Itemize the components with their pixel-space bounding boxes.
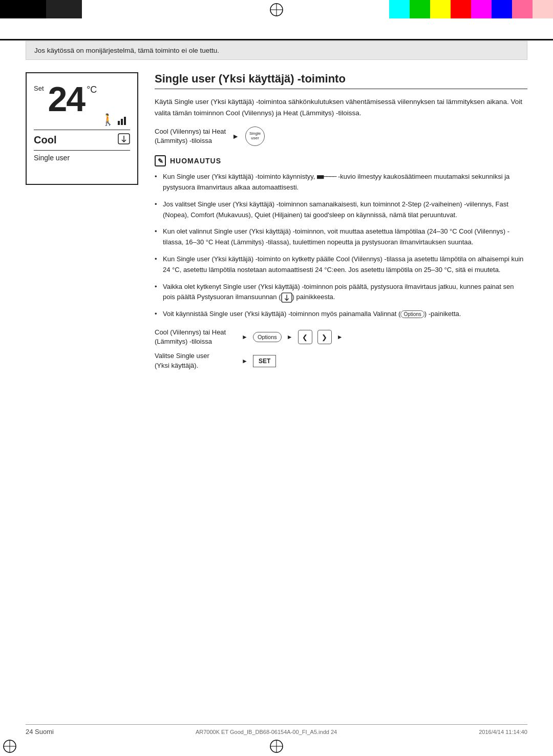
display-set-label: Set — [34, 85, 44, 92]
note-icon: ✎ — [155, 155, 166, 166]
instr1-line2: (Lämmitys) -tiloissa — [155, 338, 212, 345]
badge-line2: user — [251, 136, 259, 141]
instr2-line1: Valitse Single user — [155, 352, 209, 360]
note-item-5: Vaikka olet kytkenyt Single user (Yksi k… — [155, 282, 527, 303]
arrow3-icon: ► — [337, 333, 343, 341]
note-title: HUOMAUTUS — [170, 157, 221, 165]
footer: 24 Suomi AR7000K ET Good_IB_DB68-06154A-… — [26, 724, 527, 736]
set-button[interactable]: SET — [253, 355, 276, 367]
signal-bars-icon — [118, 115, 126, 125]
intro-text: Käytä Single user (Yksi käyttäjä) -toimi… — [155, 96, 527, 118]
instr2-line2: (Yksi käyttäjä). — [155, 362, 198, 369]
footer-filename: AR7000K ET Good_IB_DB68-06154A-00_FI_A5.… — [196, 729, 337, 735]
cal-magenta — [471, 0, 492, 18]
footer-page-number: 24 Suomi — [26, 728, 54, 736]
section-title: Single user (Yksi käyttäjä) -toiminto — [155, 72, 527, 89]
instruction-row-1: Cool (Viilennys) tai Heat (Lämmitys) -ti… — [155, 328, 527, 346]
left-column: Set 24 °C 🚶 — [26, 72, 138, 375]
bar3 — [124, 117, 126, 125]
cal-pink — [512, 0, 533, 18]
dotted-pattern: ■■──── — [317, 172, 336, 182]
right-column: Single user (Yksi käyttäjä) -toiminto Kä… — [155, 72, 527, 375]
activation-label-line1: Cool (Viilennys) tai Heat — [155, 128, 226, 135]
arrow-right-icon: ► — [232, 132, 239, 140]
note-header: ✎ HUOMAUTUS — [155, 155, 527, 166]
note-item-1: Kun Single user (Yksi käyttäjä) -toimint… — [155, 172, 527, 193]
activation-label-line2: (Lämmitys) -tiloissa — [155, 137, 212, 144]
cal-red — [451, 0, 471, 18]
footer-date: 2016/4/14 11:14:40 — [479, 729, 527, 735]
single-user-badge: Single user — [245, 127, 265, 146]
cal-cyan — [389, 0, 410, 18]
note-item-4: Kun Single user (Yksi käyttäjä) -toimint… — [155, 254, 527, 276]
instruction-row-2: Valitse Single user (Yksi käyttäjä). ► S… — [155, 351, 527, 370]
main-columns: Set 24 °C 🚶 — [26, 72, 527, 375]
bar2 — [121, 119, 123, 125]
note-item-3: Kun olet valinnut Single user (Yksi käyt… — [155, 226, 527, 248]
cal-green — [410, 0, 430, 18]
note-item-2: Jos valitset Single user (Yksi käyttäjä)… — [155, 199, 527, 221]
instr1-label: Cool (Viilennys) tai Heat (Lämmitys) -ti… — [155, 328, 237, 346]
display-celsius: °C — [87, 85, 97, 95]
notice-box: Jos käytössä on monijärjestelmä, tämä to… — [26, 41, 527, 60]
nav-right-button[interactable]: ❯ — [317, 330, 332, 344]
cal-lightpink — [533, 0, 553, 18]
display-cool-label: Cool — [34, 134, 56, 146]
notice-text: Jos käytössä on monijärjestelmä, tämä to… — [34, 47, 219, 54]
arrow4-icon: ► — [242, 358, 248, 365]
cal-blue — [492, 0, 512, 18]
display-single-user-label: Single user — [34, 154, 130, 162]
cal-black2 — [46, 0, 82, 18]
cal-yellow — [430, 0, 451, 18]
arrow1-icon: ► — [242, 333, 248, 341]
display-divider — [34, 130, 130, 130]
display-set-row: Set 24 °C — [34, 81, 130, 116]
options-inline-btn: Options — [400, 310, 424, 318]
reg-mark-bottomleft — [2, 739, 17, 754]
instr2-label: Valitse Single user (Yksi käyttäjä). — [155, 351, 237, 370]
options-button[interactable]: Options — [253, 332, 282, 342]
display-divider2 — [34, 150, 130, 151]
nav-left-button[interactable]: ❮ — [298, 330, 312, 344]
note-list: Kun Single user (Yksi käyttäjä) -toimint… — [155, 172, 527, 320]
bar1 — [118, 121, 120, 125]
arrow2-icon: ► — [287, 333, 293, 341]
note-item-6: Voit käynnistää Single user (Yksi käyttä… — [155, 309, 527, 320]
cal-white — [82, 0, 389, 18]
reg-mark-topleft — [2, 2, 17, 17]
reg-mark-topcenter — [269, 2, 284, 17]
top-separator-line — [0, 39, 553, 40]
cal-color-swatches — [389, 0, 553, 18]
activation-label: Cool (Viilennys) tai Heat (Lämmitys) -ti… — [155, 127, 226, 145]
display-temperature: 24 — [48, 81, 85, 116]
instr1-line1: Cool (Viilennys) tai Heat — [155, 328, 226, 336]
display-illustration: Set 24 °C 🚶 — [26, 72, 138, 185]
person-icon: 🚶 — [101, 113, 115, 127]
reg-mark-bottomcenter — [269, 739, 284, 754]
activation-row: Cool (Viilennys) tai Heat (Lämmitys) -ti… — [155, 127, 527, 146]
page-content: Jos käytössä on monijärjestelmä, tämä to… — [26, 41, 527, 725]
vert-fan-icon — [118, 133, 130, 147]
display-cool-row: Cool — [34, 133, 130, 147]
instruction-rows: Cool (Viilennys) tai Heat (Lämmitys) -ti… — [155, 328, 527, 370]
